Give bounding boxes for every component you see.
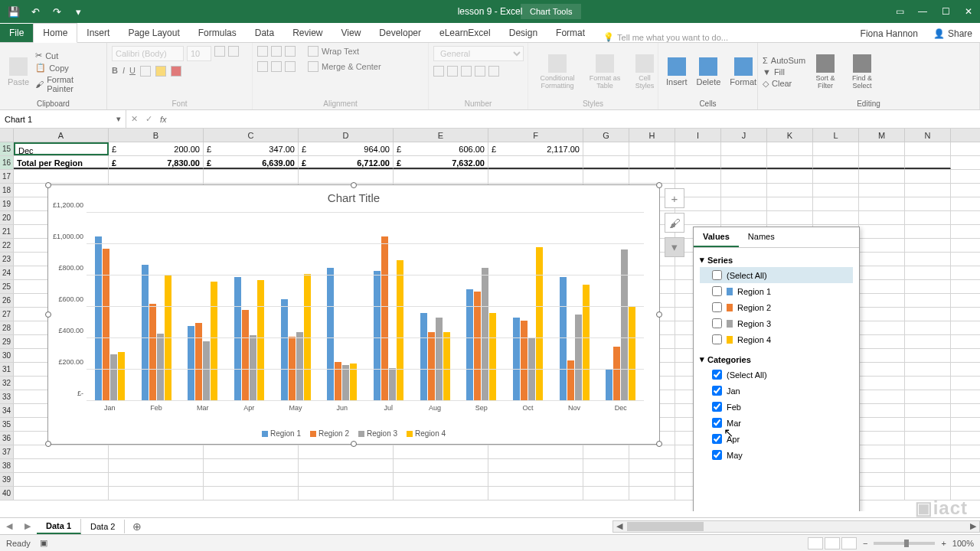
sheet-nav-prev-icon[interactable]: ◀ (0, 521, 18, 531)
bar-group[interactable] (318, 213, 365, 401)
cell[interactable] (583, 459, 629, 472)
column-header[interactable]: C (204, 129, 299, 142)
currency-icon[interactable] (433, 66, 444, 77)
cell[interactable] (859, 294, 905, 307)
chart-bar[interactable] (374, 271, 381, 401)
cell[interactable] (204, 487, 299, 500)
cell[interactable] (905, 197, 951, 210)
chart-bar[interactable] (436, 318, 443, 401)
cell[interactable] (299, 473, 394, 486)
chart-bar[interactable] (521, 321, 528, 401)
row-header[interactable]: 16 (0, 156, 14, 169)
align-center-icon[interactable] (271, 61, 282, 72)
cell[interactable] (905, 253, 951, 266)
chart-bar[interactable] (528, 338, 535, 401)
format-painter-button[interactable]: 🖌Format Painter (35, 75, 102, 93)
cell[interactable] (905, 266, 951, 279)
column-header[interactable]: N (905, 129, 951, 142)
filter-category-item[interactable]: Feb (700, 399, 853, 415)
row-header[interactable]: 18 (0, 184, 14, 197)
filter-category-item[interactable]: Mar (700, 415, 853, 431)
percent-icon[interactable] (447, 66, 458, 77)
row-header[interactable]: 29 (0, 335, 14, 348)
chart-bar[interactable] (110, 354, 117, 402)
chart-resize-handle[interactable] (351, 182, 357, 188)
chart-bar[interactable] (242, 310, 249, 401)
align-top-icon[interactable] (257, 46, 268, 57)
chart-elements-button[interactable]: + (665, 188, 684, 208)
share-button[interactable]: 👤 Share (926, 25, 980, 42)
cell[interactable]: £7,632.00 (394, 156, 488, 169)
cell[interactable] (859, 197, 905, 210)
cell[interactable] (299, 170, 394, 183)
clear-button[interactable]: ◇Clear (763, 79, 805, 89)
bold-button[interactable]: B (112, 66, 118, 77)
cell[interactable] (905, 170, 951, 183)
cell[interactable] (767, 170, 813, 183)
bar-group[interactable] (458, 213, 505, 401)
zoom-in-button[interactable]: + (941, 539, 946, 548)
cell[interactable] (629, 156, 675, 169)
name-box-dropdown-icon[interactable]: ▾ (116, 114, 121, 124)
cell[interactable] (394, 487, 488, 500)
ribbon-tab-insert[interactable]: Insert (77, 24, 119, 42)
format-as-table-button[interactable]: Format as Table (585, 53, 625, 91)
cell[interactable]: £200.00 (109, 142, 204, 155)
cell[interactable]: Dec (14, 142, 109, 155)
macro-record-icon[interactable]: ▣ (40, 538, 47, 548)
scroll-right-icon[interactable]: ▶ (967, 521, 979, 532)
cell[interactable] (583, 487, 629, 500)
cell[interactable] (488, 445, 583, 458)
row-header[interactable]: 40 (0, 487, 14, 500)
format-cells-button[interactable]: Format (727, 56, 760, 88)
ribbon-options-icon[interactable]: ▭ (888, 0, 911, 23)
chart-bar[interactable] (629, 306, 635, 401)
cell[interactable] (394, 473, 488, 486)
align-right-icon[interactable] (285, 61, 296, 72)
bar-group[interactable] (365, 213, 412, 401)
autosum-button[interactable]: ΣAutoSum (763, 56, 805, 65)
chart-styles-button[interactable]: 🖌 (665, 213, 684, 233)
chart-bar[interactable] (296, 332, 303, 401)
cell[interactable]: £6,712.00 (299, 156, 394, 169)
cell[interactable] (859, 211, 905, 224)
legend-item[interactable]: Region 1 (262, 429, 301, 438)
cell[interactable] (859, 349, 905, 362)
cell[interactable]: £606.00 (394, 142, 488, 155)
column-header[interactable]: H (629, 129, 675, 142)
cell[interactable] (905, 294, 951, 307)
chart-bar[interactable] (443, 332, 450, 401)
cell[interactable] (905, 184, 951, 197)
horizontal-scrollbar[interactable]: ◀ ▶ (612, 520, 980, 533)
shrink-font-icon[interactable] (228, 46, 239, 57)
cell[interactable] (299, 459, 394, 472)
chart-bar[interactable] (211, 282, 217, 401)
cell[interactable] (905, 142, 951, 155)
cell[interactable] (859, 142, 905, 155)
row-header[interactable]: 28 (0, 321, 14, 334)
select-all-corner[interactable] (0, 129, 14, 142)
cell[interactable] (767, 197, 813, 210)
cell[interactable] (721, 197, 767, 210)
row-header[interactable]: 24 (0, 266, 14, 279)
ribbon-tab-format[interactable]: Format (547, 24, 594, 42)
chart-bar[interactable] (428, 332, 435, 401)
row-header[interactable]: 23 (0, 253, 14, 266)
minimize-icon[interactable]: — (911, 0, 934, 23)
chart-bar[interactable] (606, 370, 612, 401)
chart-bar[interactable] (583, 285, 590, 401)
chart-bar[interactable] (482, 268, 488, 401)
cell[interactable] (394, 170, 488, 183)
chart-resize-handle[interactable] (656, 311, 662, 318)
chart-bar[interactable] (335, 362, 341, 401)
filter-category-item[interactable]: Jan (700, 383, 853, 399)
row-header[interactable]: 39 (0, 473, 14, 486)
cell[interactable] (859, 253, 905, 266)
cell[interactable] (583, 170, 629, 183)
cell[interactable] (905, 377, 951, 390)
chart-bar[interactable] (397, 260, 403, 402)
cell[interactable] (583, 156, 629, 169)
filter-category-item[interactable]: Apr (700, 431, 853, 447)
bar-group[interactable] (505, 213, 551, 401)
cell[interactable] (905, 239, 951, 252)
